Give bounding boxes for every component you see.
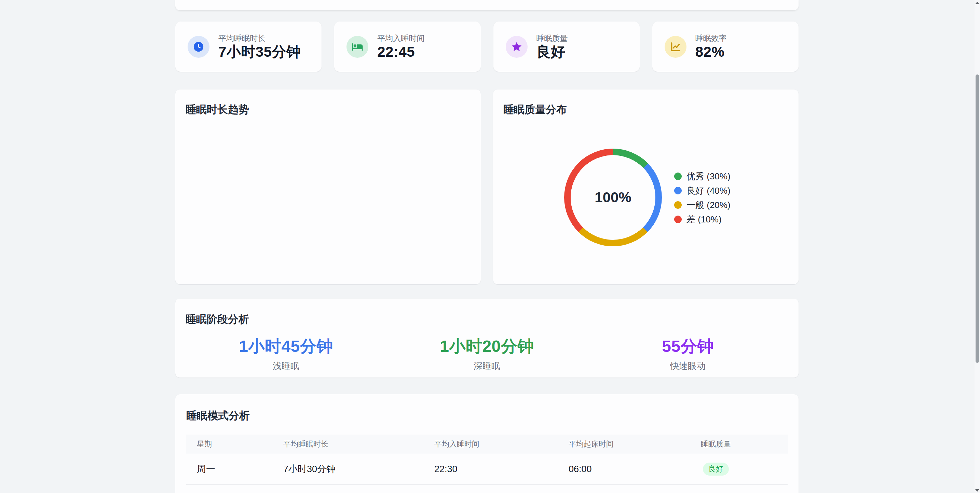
- stat-label: 睡眠质量: [536, 35, 568, 42]
- stat-value: 7小时35分钟: [218, 45, 301, 59]
- charts-row: 睡眠时长趋势 睡眠质量分布 100% 优秀 (30%) 良好 (40%) 一般 …: [175, 89, 799, 284]
- sleep-quality-distribution-panel: 睡眠质量分布 100% 优秀 (30%) 良好 (40%) 一般 (20%) 差…: [493, 89, 799, 284]
- table-row: 周一 7小时30分钟 22:30 06:00 良好: [186, 454, 788, 485]
- vertical-scrollbar[interactable]: [975, 0, 980, 493]
- cell-avg-duration: 7小时30分钟: [273, 454, 424, 485]
- stat-label: 平均睡眠时长: [218, 35, 301, 42]
- previous-section-cutoff-card: [175, 0, 799, 10]
- stat-card-sleep-efficiency: 睡眠效率 82%: [652, 22, 799, 72]
- clock-icon: [188, 36, 210, 58]
- stage-grid: 1小时45分钟 浅睡眠 1小时20分钟 深睡眠 55分钟 快速眼动: [186, 338, 788, 372]
- legend-dot-fair: [674, 201, 682, 209]
- stat-label: 睡眠效率: [695, 35, 727, 42]
- panel-title: 睡眠质量分布: [503, 104, 788, 116]
- trend-icon: [665, 36, 686, 58]
- stat-card-avg-sleep-duration: 平均睡眠时长 7小时35分钟: [175, 22, 321, 72]
- bed-icon: [347, 36, 368, 58]
- header-cell-quality: 睡眠质量: [644, 434, 788, 454]
- legend-label: 优秀 (30%): [686, 170, 730, 183]
- header-cell-avg-wake-time: 平均起床时间: [558, 434, 644, 454]
- legend-item: 一般 (20%): [674, 200, 730, 210]
- star-icon: [506, 36, 528, 58]
- stage-label: 快速眼动: [587, 360, 788, 372]
- cell-weekday: 周一: [186, 454, 273, 485]
- stage-value: 55分钟: [587, 338, 788, 355]
- cell-quality: 良好: [644, 485, 788, 493]
- sleep-duration-trend-panel: 睡眠时长趋势: [175, 89, 481, 284]
- table-row: 周二 7小时45分钟 22:45 06:30 良好: [186, 485, 788, 493]
- quality-donut-chart: 100%: [564, 149, 662, 247]
- header-cell-avg-bedtime: 平均入睡时间: [424, 434, 558, 454]
- cell-weekday: 周二: [186, 485, 273, 493]
- stat-value: 82%: [695, 45, 727, 59]
- legend-dot-poor: [674, 216, 682, 223]
- stat-card-sleep-quality: 睡眠质量 良好: [493, 22, 640, 72]
- legend-label: 良好 (40%): [686, 185, 730, 197]
- stat-value: 22:45: [377, 45, 425, 59]
- header-cell-weekday: 星期: [186, 434, 273, 454]
- legend-dot-excellent: [674, 173, 682, 180]
- quality-legend: 优秀 (30%) 良好 (40%) 一般 (20%) 差 (10%): [674, 171, 730, 225]
- legend-dot-good: [674, 187, 682, 194]
- legend-item: 优秀 (30%): [674, 171, 730, 182]
- legend-label: 差 (10%): [686, 213, 722, 226]
- stage-value: 1小时45分钟: [186, 338, 387, 355]
- cell-avg-bedtime: 22:45: [424, 485, 558, 493]
- legend-item: 良好 (40%): [674, 185, 730, 196]
- panel-title: 睡眠时长趋势: [186, 104, 471, 116]
- header-cell-avg-duration: 平均睡眠时长: [273, 434, 424, 454]
- stat-card-avg-bedtime: 平均入睡时间 22:45: [334, 22, 480, 72]
- cell-avg-duration: 7小时45分钟: [273, 485, 424, 493]
- legend-item: 差 (10%): [674, 214, 730, 225]
- donut-center-label: 100%: [564, 149, 662, 247]
- quality-badge: 良好: [703, 463, 729, 476]
- stage-item-deep-sleep: 1小时20分钟 深睡眠: [387, 338, 587, 372]
- legend-label: 一般 (20%): [686, 199, 730, 211]
- stage-value: 1小时20分钟: [387, 338, 587, 355]
- scrollbar-up-icon[interactable]: [975, 0, 980, 5]
- cell-avg-bedtime: 22:30: [424, 454, 558, 485]
- scrollbar-thumb[interactable]: [975, 75, 979, 363]
- table-header-row: 星期 平均睡眠时长 平均入睡时间 平均起床时间 睡眠质量: [186, 434, 788, 454]
- stage-item-rem: 55分钟 快速眼动: [587, 338, 788, 372]
- stat-value: 良好: [536, 45, 568, 59]
- stage-item-light-sleep: 1小时45分钟 浅睡眠: [186, 338, 387, 372]
- cell-quality: 良好: [644, 454, 788, 485]
- scrollbar-down-icon[interactable]: [975, 488, 980, 493]
- cell-avg-wake-time: 06:30: [558, 485, 644, 493]
- stat-label: 平均入睡时间: [377, 35, 425, 42]
- sleep-patterns-table: 星期 平均睡眠时长 平均入睡时间 平均起床时间 睡眠质量 周一 7小时30分钟 …: [186, 434, 788, 493]
- panel-title: 睡眠模式分析: [186, 410, 788, 421]
- sleep-stages-panel: 睡眠阶段分析 1小时45分钟 浅睡眠 1小时20分钟 深睡眠 55分钟 快速眼动: [175, 299, 799, 377]
- stage-label: 深睡眠: [387, 360, 587, 372]
- sleep-patterns-panel: 睡眠模式分析 星期 平均睡眠时长 平均入睡时间 平均起床时间 睡眠质量 周一 7…: [175, 394, 799, 493]
- panel-title: 睡眠阶段分析: [186, 313, 788, 325]
- stats-row: 平均睡眠时长 7小时35分钟 平均入睡时间 22:45 睡眠质量 良好 睡眠效率…: [175, 22, 799, 72]
- stage-label: 浅睡眠: [186, 360, 387, 372]
- cell-avg-wake-time: 06:00: [558, 454, 644, 485]
